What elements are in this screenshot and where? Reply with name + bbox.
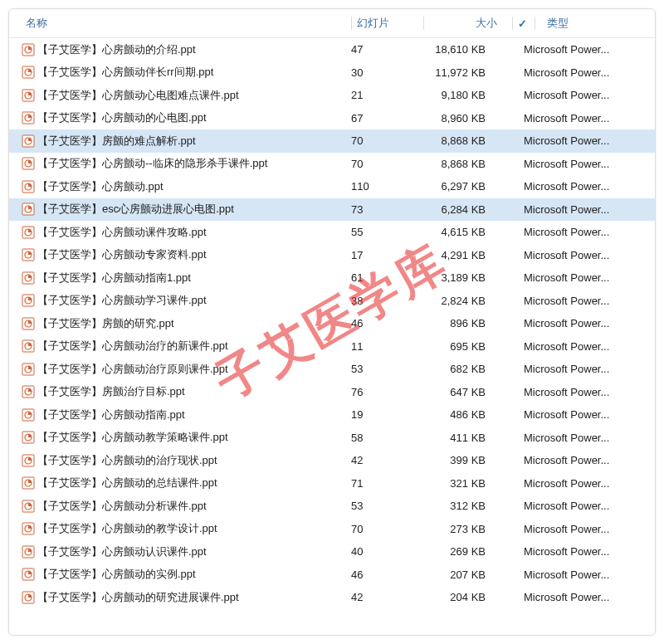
file-slides: 19 (351, 408, 417, 421)
file-name: 【子艾医学】心房颤动专家资料.ppt (37, 247, 351, 262)
file-type: Microsoft Power... (517, 500, 655, 512)
file-name: 【子艾医学】心房颤动认识课件.ppt (37, 544, 351, 559)
file-name: 【子艾医学】心房颤动.ppt (37, 179, 351, 194)
file-type: Microsoft Power... (517, 432, 655, 444)
table-row[interactable]: 【子艾医学】心房颤动专家资料.ppt174,291 KBMicrosoft Po… (9, 244, 655, 267)
file-size: 896 KB (417, 317, 500, 329)
table-row[interactable]: 【子艾医学】心房颤动的研究进展课件.ppt42204 KBMicrosoft P… (9, 586, 655, 609)
file-name: 【子艾医学】心房颤动治疗的新课件.ppt (37, 339, 351, 354)
file-slides: 58 (351, 432, 417, 444)
file-name: 【子艾医学】心房颤动的实例.ppt (37, 567, 351, 582)
ppt-file-icon (19, 134, 37, 148)
file-type: Microsoft Power... (517, 591, 655, 603)
file-name: 【子艾医学】心房颤动治疗原则课件.ppt (37, 362, 351, 377)
table-row[interactable]: 【子艾医学】心房颤动的心电图.ppt678,960 KBMicrosoft Po… (9, 107, 655, 130)
table-row[interactable]: 【子艾医学】房颤治疗目标.ppt76647 KBMicrosoft Power.… (9, 381, 655, 404)
ppt-file-icon (19, 271, 37, 285)
ppt-file-icon (19, 43, 37, 56)
file-size: 399 KB (417, 454, 500, 466)
header-type[interactable]: 类型 (540, 16, 655, 31)
ppt-file-icon (19, 385, 37, 398)
file-slides: 46 (351, 317, 417, 329)
ppt-file-icon (19, 294, 37, 307)
file-slides: 11 (351, 340, 417, 353)
file-type: Microsoft Power... (517, 317, 655, 329)
file-size: 682 KB (417, 363, 500, 375)
table-row[interactable]: 【子艾医学】心房颤动教学策略课件.ppt58411 KBMicrosoft Po… (9, 427, 655, 450)
table-row[interactable]: 【子艾医学】心房颤动的介绍.ppt4718,610 KBMicrosoft Po… (9, 38, 655, 61)
table-row[interactable]: 【子艾医学】房颤的难点解析.ppt708,868 KBMicrosoft Pow… (9, 129, 655, 153)
file-name: 【子艾医学】心房颤动教学策略课件.ppt (37, 430, 351, 445)
ppt-file-icon (19, 545, 37, 559)
file-slides: 53 (351, 363, 417, 375)
file-type: Microsoft Power... (517, 180, 655, 193)
table-row[interactable]: 【子艾医学】心房颤动.ppt1106,297 KBMicrosoft Power… (9, 175, 655, 198)
file-size: 11,972 KB (417, 66, 500, 79)
ppt-file-icon (19, 226, 37, 239)
table-row[interactable]: 【子艾医学】心房颤动课件攻略.ppt554,615 KBMicrosoft Po… (9, 221, 655, 244)
file-slides: 67 (351, 112, 417, 124)
file-size: 3,189 KB (417, 271, 500, 284)
ppt-file-icon (19, 476, 37, 490)
file-name: 【子艾医学】心房颤动分析课件.ppt (37, 499, 351, 514)
ppt-file-icon (19, 180, 37, 193)
header-check[interactable]: ✓ (518, 17, 535, 30)
table-row[interactable]: 【子艾医学】esc心房颤动进展心电图.ppt736,284 KBMicrosof… (9, 198, 655, 222)
table-row[interactable]: 【子艾医学】心房颤动的教学设计.ppt70273 KBMicrosoft Pow… (9, 518, 655, 541)
table-row[interactable]: 【子艾医学】心房颤动的实例.ppt46207 KBMicrosoft Power… (9, 564, 655, 587)
file-slides: 21 (351, 89, 417, 101)
table-row[interactable]: 【子艾医学】心房颤动--临床的隐形杀手课件.ppt708,868 KBMicro… (9, 153, 655, 176)
table-row[interactable]: 【子艾医学】心房颤动治疗原则课件.ppt53682 KBMicrosoft Po… (9, 358, 655, 381)
ppt-file-icon (19, 248, 37, 261)
file-slides: 40 (351, 545, 417, 558)
table-row[interactable]: 【子艾医学】心房颤动认识课件.ppt40269 KBMicrosoft Powe… (9, 540, 655, 564)
ppt-file-icon (19, 157, 37, 170)
header-slides[interactable]: 幻灯片 (357, 16, 423, 31)
table-row[interactable]: 【子艾医学】心房颤动的总结课件.ppt71321 KBMicrosoft Pow… (9, 472, 655, 495)
file-size: 9,180 KB (417, 89, 500, 101)
file-type: Microsoft Power... (517, 454, 655, 466)
file-type: Microsoft Power... (517, 112, 655, 124)
table-row[interactable]: 【子艾医学】心房颤动的治疗现状.ppt42399 KBMicrosoft Pow… (9, 449, 655, 472)
file-name: 【子艾医学】心房颤动伴长rr间期.ppt (37, 65, 351, 80)
table-row[interactable]: 【子艾医学】心房颤动心电图难点课件.ppt219,180 KBMicrosoft… (9, 84, 655, 107)
file-slides: 30 (351, 66, 417, 79)
header-name[interactable]: 名称 (19, 16, 351, 31)
file-name: 【子艾医学】心房颤动课件攻略.ppt (37, 225, 351, 240)
file-name: 【子艾医学】esc心房颤动进展心电图.ppt (37, 202, 351, 217)
table-row[interactable]: 【子艾医学】房颤的研究.ppt46896 KBMicrosoft Power..… (9, 312, 655, 335)
ppt-file-icon (19, 568, 37, 581)
file-type: Microsoft Power... (517, 386, 655, 398)
file-size: 269 KB (417, 545, 500, 558)
ppt-file-icon (19, 431, 37, 444)
ppt-file-icon (19, 66, 37, 79)
table-row[interactable]: 【子艾医学】心房颤动治疗的新课件.ppt11695 KBMicrosoft Po… (9, 335, 655, 359)
table-row[interactable]: 【子艾医学】心房颤动分析课件.ppt53312 KBMicrosoft Powe… (9, 495, 655, 518)
file-name: 【子艾医学】心房颤动的教学设计.ppt (37, 521, 351, 536)
file-slides: 42 (351, 591, 417, 603)
file-name: 【子艾医学】心房颤动的介绍.ppt (37, 42, 351, 57)
file-type: Microsoft Power... (517, 203, 655, 216)
file-type: Microsoft Power... (517, 340, 655, 353)
file-size: 321 KB (417, 477, 500, 490)
file-name: 【子艾医学】心房颤动--临床的隐形杀手课件.ppt (37, 156, 351, 171)
file-name: 【子艾医学】心房颤动指南1.ppt (37, 271, 351, 285)
table-row[interactable]: 【子艾医学】心房颤动指南1.ppt613,189 KBMicrosoft Pow… (9, 266, 655, 290)
table-row[interactable]: 【子艾医学】心房颤动伴长rr间期.ppt3011,972 KBMicrosoft… (9, 61, 655, 85)
file-type: Microsoft Power... (517, 408, 655, 421)
file-slides: 76 (351, 386, 417, 398)
file-size: 204 KB (417, 591, 500, 603)
file-name: 【子艾医学】房颤的研究.ppt (37, 316, 351, 331)
file-list-panel: 名称 幻灯片 大小 ✓ 类型 【子艾医学】心房颤动的介绍.ppt4718,610… (8, 8, 656, 636)
file-slides: 70 (351, 158, 417, 170)
table-row[interactable]: 【子艾医学】心房颤动学习课件.ppt382,824 KBMicrosoft Po… (9, 290, 655, 313)
file-size: 2,824 KB (417, 295, 500, 307)
file-size: 647 KB (417, 386, 500, 398)
file-type: Microsoft Power... (517, 158, 655, 170)
header-size[interactable]: 大小 (429, 16, 512, 31)
ppt-file-icon (19, 89, 37, 102)
file-name: 【子艾医学】房颤治疗目标.ppt (37, 384, 351, 399)
column-headers: 名称 幻灯片 大小 ✓ 类型 (9, 9, 655, 38)
table-row[interactable]: 【子艾医学】心房颤动指南.ppt19486 KBMicrosoft Power.… (9, 403, 655, 427)
file-slides: 53 (351, 500, 417, 512)
